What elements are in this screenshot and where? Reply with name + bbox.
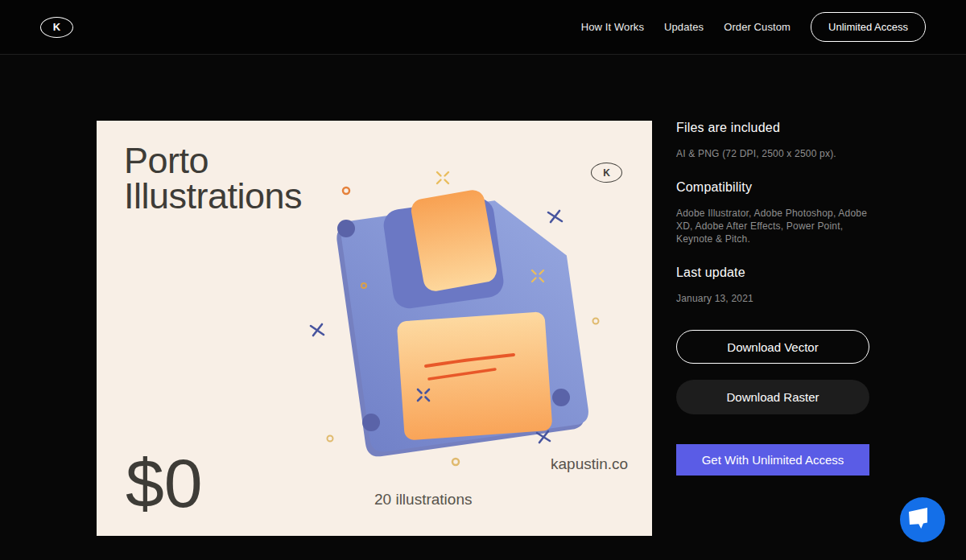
nav-links: How It Works Updates Order Custom Unlimi… [581, 12, 926, 42]
sparkle-cross-icon [311, 324, 324, 336]
logo-k-icon[interactable]: K [40, 17, 73, 38]
files-included-text: AI & PNG (72 DPI, 2500 x 2500 px). [676, 147, 869, 160]
download-raster-button[interactable]: Download Raster [676, 380, 869, 414]
compatibility-text: Adobe Illustrator, Adobe Photoshop, Adob… [676, 207, 869, 245]
details-sidebar: Files are included AI & PNG (72 DPI, 250… [676, 121, 869, 476]
nav-link-updates[interactable]: Updates [664, 21, 704, 33]
brand-label: kapustin.co [551, 455, 628, 473]
disk-screw [362, 414, 380, 431]
last-update-heading: Last update [676, 266, 869, 280]
nav-link-order-custom[interactable]: Order Custom [724, 21, 791, 33]
unlimited-access-button[interactable]: Unlimited Access [811, 12, 926, 42]
ring-dot-icon [593, 319, 599, 324]
sparkle-cross-icon [437, 172, 448, 183]
compatibility-heading: Compatibility [676, 180, 869, 195]
chat-button[interactable] [900, 497, 945, 542]
product-title: Porto Illustrations [124, 143, 357, 214]
product-card: Porto Illustrations K $0 20 illustration… [97, 121, 652, 536]
navbar: K How It Works Updates Order Custom Unli… [0, 0, 966, 55]
ring-dot-icon [452, 459, 459, 465]
logo-letter: K [53, 21, 60, 33]
disk-screw [337, 220, 355, 237]
sparkle-cross-icon [548, 211, 562, 222]
ring-dot-icon [328, 436, 333, 442]
disk-screw [552, 389, 570, 406]
illustration-count-label: 20 illustrations [374, 491, 472, 509]
chat-bubble-icon [900, 497, 945, 542]
disk-label [397, 311, 553, 440]
price-label: $0 [126, 449, 203, 517]
get-unlimited-access-button[interactable]: Get With Unlimited Access [676, 444, 869, 476]
files-included-heading: Files are included [676, 121, 869, 135]
download-vector-button[interactable]: Download Vector [676, 330, 869, 364]
last-update-text: January 13, 2021 [676, 292, 869, 305]
card-k-badge-icon: K [591, 163, 622, 183]
badge-letter: K [603, 167, 610, 179]
nav-link-how-it-works[interactable]: How It Works [581, 21, 644, 33]
